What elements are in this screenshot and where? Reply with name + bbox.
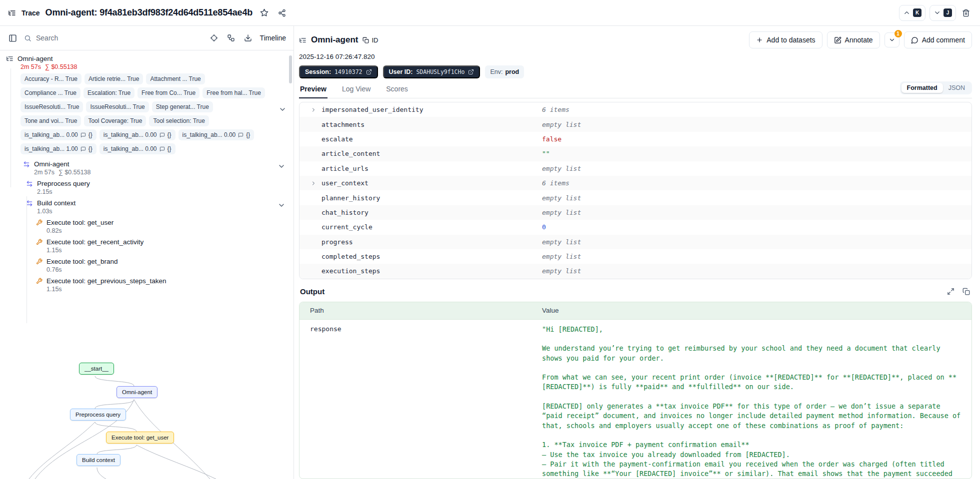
nav-previous-button[interactable]: K [899, 5, 926, 21]
expand-output-button[interactable] [946, 287, 956, 296]
score-badge[interactable]: Article retrie... True [84, 73, 143, 84]
input-key: chat_history [322, 209, 368, 216]
expand-row-chevron[interactable] [310, 107, 316, 113]
graph-node[interactable]: Omni-agent [116, 386, 158, 398]
input-row[interactable]: article_urls empty list [300, 161, 972, 176]
span-duration: 0.76s [46, 266, 62, 273]
collapse-sidebar-button[interactable] [6, 32, 19, 44]
collapse-scores-chevron[interactable] [278, 105, 286, 113]
score-badge-text: Escalation: True [88, 89, 130, 96]
annotate-button[interactable]: Annotate [827, 31, 880, 48]
input-row[interactable]: current_cycle 0 [300, 220, 972, 234]
trash-icon [962, 9, 970, 17]
tree-span-row[interactable]: Execute tool: get_user 0.82s [36, 217, 294, 236]
score-badge[interactable]: is_talking_ab... 0.00 {} [178, 129, 254, 140]
download-trace-button[interactable] [242, 32, 254, 44]
tree-guide-line [26, 196, 27, 323]
tab-scores[interactable]: Scores [385, 81, 409, 98]
collapse-span-chevron[interactable] [276, 200, 286, 210]
sidebar-toolbar: Timeline [0, 26, 294, 50]
collapse-span-chevron[interactable] [276, 161, 286, 171]
detail-tabs-row: Preview Log View Scores Formatted JSON [299, 81, 972, 98]
score-badge[interactable]: Free from hal... True [202, 87, 265, 98]
score-badge[interactable]: Accuracy - R... True [20, 73, 82, 84]
input-row[interactable]: escalate false [300, 132, 972, 146]
input-row[interactable]: planner_history empty list [300, 190, 972, 205]
env-badge: Env: prod [485, 65, 524, 78]
score-badge[interactable]: Tool Coverage: True [84, 115, 146, 126]
user-id-badge[interactable]: User ID: SDAHUSLy9f1CHo [383, 65, 480, 78]
input-row[interactable]: user_context 6 items [300, 176, 972, 190]
format-formatted[interactable]: Formatted [902, 83, 943, 93]
score-badge[interactable]: is_talking_ab... 1.00 {} [20, 143, 96, 154]
graph-view-button[interactable] [225, 32, 237, 44]
env-value: prod [505, 68, 519, 75]
score-badge[interactable]: Free from Co... True [138, 87, 200, 98]
format-json[interactable]: JSON [943, 83, 970, 93]
chevron-down-icon [278, 105, 286, 113]
expand-row-chevron[interactable] [310, 180, 316, 186]
score-badge[interactable]: Tool selection: True [149, 115, 208, 126]
score-badge[interactable]: Compliance ... True [20, 87, 80, 98]
trace-timestamp: 2025-12-16 07:26:47.820 [299, 53, 972, 60]
input-value: 0 [542, 223, 972, 231]
plus-icon [756, 36, 763, 43]
graph-node[interactable]: Build context [76, 454, 120, 466]
annotate-dropdown-button[interactable]: 1 [884, 32, 900, 47]
graph-node[interactable]: __start__ [79, 363, 114, 375]
tree-span-row[interactable]: Execute tool: get_brand 0.76s [36, 256, 294, 275]
input-row[interactable]: chat_history empty list [300, 205, 972, 220]
search-icon [24, 34, 32, 42]
add-to-datasets-button[interactable]: Add to datasets [749, 31, 822, 48]
tab-log-view[interactable]: Log View [341, 81, 372, 98]
star-button[interactable] [258, 6, 270, 19]
input-row[interactable]: article_content "" [300, 146, 972, 161]
share-button[interactable] [276, 7, 288, 19]
delete-trace-button[interactable] [960, 7, 972, 19]
input-value: empty list [542, 253, 972, 260]
score-badge[interactable]: IssueResoluti... True [86, 101, 148, 112]
score-badge[interactable]: Attachment ... True [146, 73, 204, 84]
add-comment-button[interactable]: Add comment [904, 31, 972, 48]
tree-span-row[interactable]: Execute tool: get_previous_steps_taken 1… [36, 275, 294, 295]
session-badge[interactable]: Session: 14910372 [299, 65, 378, 78]
input-key: current_cycle [322, 223, 372, 231]
tree-span-row[interactable]: Preprocess query 2.15s [26, 178, 294, 197]
tree-span-row[interactable]: Omni-agent 2m 57s ∑ $0.55138 [23, 158, 294, 178]
external-link-icon [366, 69, 372, 75]
input-row[interactable]: attachments empty list [300, 117, 972, 131]
chevron-down-icon [888, 36, 896, 43]
tree-scrollbar[interactable] [289, 55, 292, 83]
input-row[interactable]: impersonated_user_identity 6 items [300, 102, 972, 117]
score-badge[interactable]: Escalation: True [84, 87, 134, 98]
timeline-toggle[interactable]: Timeline [259, 32, 287, 44]
graph-node[interactable]: Execute tool: get_user [106, 432, 174, 444]
focus-selected-button[interactable] [208, 32, 220, 44]
score-badge[interactable]: Step generat... True [152, 101, 213, 112]
output-table: Path Value response "Hi [REDACTED], We u… [299, 302, 972, 479]
score-badge[interactable]: is_talking_ab... 0.00 {} [100, 129, 176, 140]
output-row[interactable]: response "Hi [REDACTED], We understand y… [300, 320, 972, 479]
tree-span-row[interactable]: Execute tool: get_recent_activity 1.15s [36, 236, 294, 256]
copy-output-button[interactable] [962, 287, 971, 296]
score-badge[interactable]: is_talking_ab... 0.00 {} [100, 143, 176, 154]
graph-node[interactable]: Preprocess query [70, 409, 126, 421]
score-badge[interactable]: IssueResoluti... True [20, 101, 83, 112]
score-badge-suffix: {} [168, 145, 172, 152]
score-badge[interactable]: is_talking_ab... 0.00 {} [20, 129, 96, 140]
tree-span-row[interactable]: Build context 1.03s [26, 197, 294, 217]
score-badge-text: Accuracy - R... True [24, 75, 78, 82]
tree-root-item[interactable]: Omni-agent [0, 55, 294, 62]
copy-id-button[interactable]: ID [362, 36, 378, 44]
workflow-icon [227, 34, 235, 42]
score-badge[interactable]: Tone and voi... True [20, 115, 81, 126]
tab-preview[interactable]: Preview [299, 81, 328, 98]
input-row[interactable]: completed_steps empty list [300, 249, 972, 264]
input-value: "" [542, 150, 972, 157]
shortcut-key-j: J [944, 8, 952, 17]
wrench-icon [36, 219, 42, 226]
search-input[interactable] [36, 34, 203, 42]
input-row[interactable]: execution_steps empty list [300, 264, 972, 278]
nav-next-button[interactable]: J [930, 5, 956, 21]
input-row[interactable]: progress empty list [300, 235, 972, 249]
